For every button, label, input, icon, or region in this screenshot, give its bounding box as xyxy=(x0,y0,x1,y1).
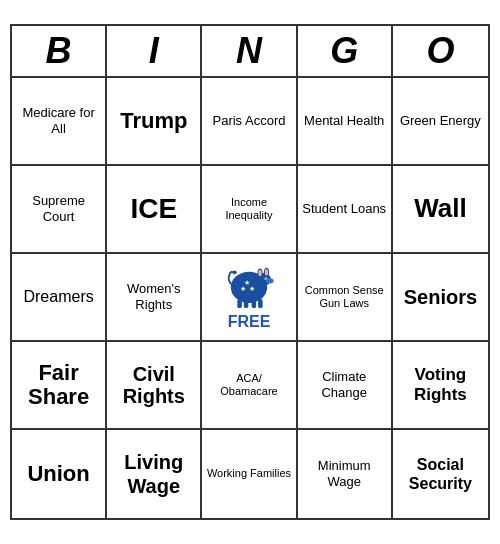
cell-fair-share: Fair Share xyxy=(12,342,107,430)
cell-text-fair-share: Fair Share xyxy=(16,361,101,409)
svg-point-3 xyxy=(258,270,261,277)
cell-ice: ICE xyxy=(107,166,202,254)
header-letter-n: N xyxy=(202,26,297,76)
cell-social-security: Social Security xyxy=(393,430,488,518)
cell-text-wall: Wall xyxy=(414,193,466,224)
cell-text-seniors: Seniors xyxy=(404,285,477,309)
cell-text-civil-rights: Civil Rights xyxy=(111,363,196,407)
svg-rect-14 xyxy=(258,299,263,308)
donkey-icon: ★ ★ ★ xyxy=(223,262,275,310)
cell-aca-obamacare: ACA/ Obamacare xyxy=(202,342,297,430)
header-letter-b: B xyxy=(12,26,107,76)
free-label: FREE xyxy=(228,312,271,331)
cell-wall: Wall xyxy=(393,166,488,254)
svg-point-15 xyxy=(233,271,237,275)
cell-text-mental-health: Mental Health xyxy=(304,113,384,129)
cell-text-voting-rights: Voting Rights xyxy=(397,365,484,406)
cell-trump: Trump xyxy=(107,78,202,166)
cell-text-living-wage: Living Wage xyxy=(111,450,196,498)
cell-mental-health: Mental Health xyxy=(298,78,393,166)
cell-womens-rights: Women's Rights xyxy=(107,254,202,342)
cell-text-ice: ICE xyxy=(130,192,177,226)
cell-text-womens-rights: Women's Rights xyxy=(111,281,196,312)
cell-income-inequality: Income Inequality xyxy=(202,166,297,254)
cell-student-loans: Student Loans xyxy=(298,166,393,254)
cell-climate-change: Climate Change xyxy=(298,342,393,430)
cell-free: ★ ★ ★ FREE xyxy=(202,254,297,342)
header-letter-g: G xyxy=(298,26,393,76)
cell-dreamers: Dreamers xyxy=(12,254,107,342)
cell-text-paris-accord: Paris Accord xyxy=(213,113,286,129)
svg-rect-11 xyxy=(237,299,242,308)
cell-living-wage: Living Wage xyxy=(107,430,202,518)
cell-text-working-families: Working Families xyxy=(207,467,291,480)
svg-point-10 xyxy=(270,281,271,282)
bingo-grid: Medicare for AllTrumpParis AccordMental … xyxy=(12,78,488,518)
cell-paris-accord: Paris Accord xyxy=(202,78,297,166)
cell-green-energy: Green Energy xyxy=(393,78,488,166)
cell-working-families: Working Families xyxy=(202,430,297,518)
cell-seniors: Seniors xyxy=(393,254,488,342)
cell-text-income-inequality: Income Inequality xyxy=(206,196,291,222)
cell-union: Union xyxy=(12,430,107,518)
svg-point-9 xyxy=(268,281,269,282)
cell-text-minimum-wage: Minimum Wage xyxy=(302,458,387,489)
cell-voting-rights: Voting Rights xyxy=(393,342,488,430)
svg-point-7 xyxy=(265,279,266,280)
cell-text-climate-change: Climate Change xyxy=(302,369,387,400)
cell-text-student-loans: Student Loans xyxy=(302,201,386,217)
cell-civil-rights: Civil Rights xyxy=(107,342,202,430)
bingo-card: BINGO Medicare for AllTrumpParis AccordM… xyxy=(10,24,490,520)
cell-text-medicare-all: Medicare for All xyxy=(16,105,101,136)
cell-text-supreme-court: Supreme Court xyxy=(16,193,101,224)
cell-medicare-all: Medicare for All xyxy=(12,78,107,166)
cell-text-trump: Trump xyxy=(120,108,187,134)
cell-text-green-energy: Green Energy xyxy=(400,113,481,129)
header-letter-i: I xyxy=(107,26,202,76)
svg-text:★: ★ xyxy=(244,280,250,287)
bingo-header: BINGO xyxy=(12,26,488,78)
svg-rect-12 xyxy=(244,301,249,309)
cell-supreme-court: Supreme Court xyxy=(12,166,107,254)
cell-text-social-security: Social Security xyxy=(397,455,484,493)
svg-point-8 xyxy=(266,279,274,284)
cell-text-aca-obamacare: ACA/ Obamacare xyxy=(206,372,291,398)
header-letter-o: O xyxy=(393,26,488,76)
svg-rect-13 xyxy=(252,301,257,309)
cell-text-common-sense-gun-laws: Common Sense Gun Laws xyxy=(302,284,387,310)
cell-common-sense-gun-laws: Common Sense Gun Laws xyxy=(298,254,393,342)
cell-text-union: Union xyxy=(27,461,89,487)
cell-minimum-wage: Minimum Wage xyxy=(298,430,393,518)
cell-text-dreamers: Dreamers xyxy=(23,287,93,306)
svg-point-5 xyxy=(265,270,268,277)
